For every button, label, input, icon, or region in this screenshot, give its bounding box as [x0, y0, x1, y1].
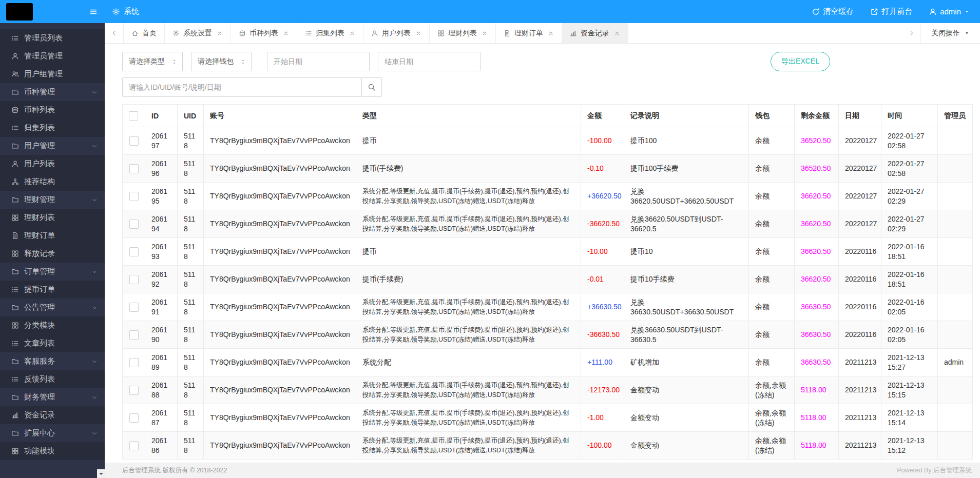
row-checkbox[interactable] [129, 413, 139, 423]
cell-time: 2021-12-13 15:27 [881, 349, 938, 376]
column-header: 钱包 [749, 105, 795, 127]
sidebar-item-article-list[interactable]: 文章列表 [0, 334, 105, 352]
cell-account: TY8QrBygiux9mBQXjTaEv7VvPPcoAwckon [204, 238, 356, 266]
system-menu[interactable]: 系统 [112, 7, 139, 16]
sidebar-item-user-list[interactable]: 用户列表 [0, 155, 105, 173]
sidebar-item-category-module[interactable]: 分类模块 [0, 316, 105, 334]
sidebar-item-user-group-manage[interactable]: 用户组管理 [0, 65, 105, 83]
refresh-icon [812, 8, 820, 16]
tab-wealth-orders[interactable]: 理财订单 [496, 23, 562, 43]
clear-cache-button[interactable]: 清空缓存 [812, 7, 854, 16]
list-icon [11, 124, 19, 132]
cell-uid: 5118 [178, 293, 204, 321]
cell-type: 系统分配,等级更新,充值,提币,提币(手续费),提币(退还),预约,预约(退还)… [356, 293, 581, 321]
row-checkbox[interactable] [129, 358, 139, 367]
sidebar-item-withdraw-orders[interactable]: 提币订单 [0, 281, 105, 298]
content-body: 请选择类型 请选择钱包 导出EXCEL [105, 44, 980, 463]
sidebar-group-wealth-manage[interactable]: 理财管理 [0, 191, 105, 209]
end-date-input[interactable] [378, 52, 481, 71]
cell-wallet: 余额 [749, 349, 795, 376]
sidebar-group-customer-service[interactable]: 客服服务 [0, 352, 105, 370]
tab-wealth-list[interactable]: 理财列表 [430, 23, 496, 43]
tab-close-icon[interactable] [614, 30, 620, 36]
cell-uid: 5118 [178, 321, 204, 349]
search-input[interactable] [122, 77, 362, 97]
tab-user-list[interactable]: 用户列表 [363, 23, 430, 43]
row-checkbox[interactable] [129, 136, 139, 146]
row-checkbox[interactable] [129, 330, 139, 340]
sidebar-item-referral-structure[interactable]: 推荐结构 [0, 173, 105, 191]
sidebar-group-notice-manage[interactable]: 公告管理 [0, 298, 105, 316]
tab-close-icon[interactable] [217, 30, 223, 36]
search-button[interactable] [361, 77, 382, 97]
tab-system-settings[interactable]: 系统设置 [165, 23, 231, 43]
tabs-container: 首页系统设置币种列表归集列表用户列表理财列表理财订单资金记录 [123, 23, 628, 43]
footer: 后台管理系统 版权所有 © 2018-2022 Powered By 后台管理系… [105, 463, 980, 478]
cell-type: 提币(手续费) [356, 155, 581, 183]
cell-time: 2022-01-16 18:51 [881, 266, 938, 293]
sidebar-group-coin-manage[interactable]: 币种管理 [0, 83, 105, 101]
sidebar-group-user-manage[interactable]: 用户管理 [0, 137, 105, 155]
sidebar-scrollbar-arrow[interactable] [97, 469, 105, 478]
sidebar-item-wealth-list[interactable]: 理财列表 [0, 209, 105, 227]
cell-id: 206189 [145, 349, 178, 376]
admin-user-dropdown[interactable]: admin [929, 7, 970, 16]
checkbox-cell [123, 404, 145, 432]
cell-admin [938, 183, 973, 210]
tab-fund-records[interactable]: 资金记录 [562, 23, 628, 43]
sidebar-item-collect-list[interactable]: 归集列表 [0, 119, 105, 137]
row-checkbox[interactable] [129, 164, 139, 173]
grid-icon [11, 322, 19, 329]
tab-close-icon[interactable] [283, 30, 289, 36]
sidebar-item-function-module[interactable]: 功能模块 [0, 442, 105, 460]
wallet-select[interactable]: 请选择钱包 [191, 52, 252, 71]
cell-id: 206196 [145, 155, 178, 183]
tabs-scroll-left-button[interactable] [105, 23, 123, 43]
sidebar-group-finance-manage[interactable]: 财务管理 [0, 388, 105, 406]
sidebar-group-order-manage[interactable]: 订单管理 [0, 263, 105, 281]
start-date-input[interactable] [267, 52, 370, 71]
hamburger-menu-icon[interactable] [89, 8, 98, 16]
sidebar-item-wealth-orders[interactable]: 理财订单 [0, 227, 105, 245]
close-operations-menu[interactable]: 关闭操作 [920, 23, 980, 43]
tab-close-icon[interactable] [415, 30, 421, 36]
row-checkbox[interactable] [129, 303, 139, 312]
sidebar-group-extension-center[interactable]: 扩展中心 [0, 424, 105, 442]
sidebar-item-label: 币种列表 [24, 105, 55, 115]
export-excel-button[interactable]: 导出EXCEL [771, 52, 830, 71]
sidebar-item-feedback-list[interactable]: 反馈列表 [0, 370, 105, 388]
sidebar-item-admin-manage[interactable]: 管理员管理 [0, 47, 105, 65]
cell-date: 20220127 [839, 210, 881, 238]
tab-close-icon[interactable] [548, 30, 554, 36]
cell-balance: 36520.50 [795, 127, 839, 155]
sidebar-item-admin-list[interactable]: 管理员列表 [0, 29, 105, 47]
row-checkbox[interactable] [129, 220, 139, 229]
tab-close-icon[interactable] [482, 30, 488, 36]
tab-coin-list[interactable]: 币种列表 [231, 23, 297, 43]
sidebar-item-label: 用户管理 [24, 141, 55, 151]
tab-close-icon[interactable] [349, 30, 355, 36]
row-checkbox[interactable] [129, 247, 139, 256]
select-all-checkbox[interactable] [129, 111, 138, 121]
table-row: 2061915118TY8QrBygiux9mBQXjTaEv7VvPPcoAw… [123, 293, 973, 321]
cell-wallet: 余额 [749, 183, 795, 210]
sidebar-item-fund-records[interactable]: 资金记录 [0, 406, 105, 424]
row-checkbox[interactable] [129, 386, 139, 395]
tab-collect-list[interactable]: 归集列表 [297, 23, 363, 43]
sidebar-item-label: 币种管理 [24, 87, 55, 97]
cell-amount: +111.00 [581, 349, 624, 376]
row-checkbox[interactable] [129, 441, 139, 450]
tab-home[interactable]: 首页 [123, 23, 165, 43]
cell-balance: 5118.00 [795, 432, 839, 460]
row-checkbox[interactable] [129, 192, 139, 201]
table-row: 2061955118TY8QrBygiux9mBQXjTaEv7VvPPcoAw… [123, 183, 973, 210]
cell-account: TY8QrBygiux9mBQXjTaEv7VvPPcoAwckon [204, 432, 356, 460]
user-icon [929, 8, 937, 16]
open-frontend-button[interactable]: 打开前台 [870, 7, 912, 16]
type-select[interactable]: 请选择类型 [122, 52, 183, 71]
sidebar-item-coin-list[interactable]: 币种列表 [0, 101, 105, 119]
sidebar-item-release-records[interactable]: 释放记录 [0, 245, 105, 263]
row-checkbox[interactable] [129, 275, 139, 284]
tabs-scroll-right-button[interactable] [902, 23, 920, 43]
cell-description: 矿机增加 [624, 349, 749, 376]
